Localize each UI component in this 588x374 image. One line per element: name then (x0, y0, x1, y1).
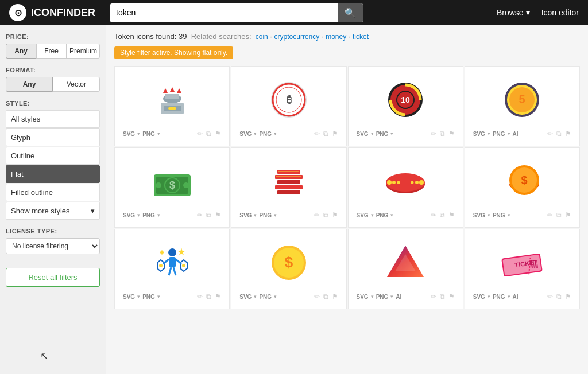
fmt-svg-3[interactable]: SVG (357, 131, 369, 137)
fmt-dropdown-png-12[interactable]: ▾ (508, 294, 510, 299)
license-select[interactable]: No license filtering (6, 238, 100, 254)
fmt-svg-11[interactable]: SVG (357, 294, 369, 300)
icon-cell-11[interactable]: SVG ▾ PNG ▾ AI ✏ ⧉ ⚑ (348, 229, 463, 309)
fmt-svg-6[interactable]: SVG (239, 212, 252, 219)
edit-icon-4[interactable]: ✏ (547, 130, 553, 138)
style-glyph[interactable]: Glyph (6, 128, 100, 146)
flag-icon-5[interactable]: ⚑ (215, 211, 221, 219)
edit-icon-6[interactable]: ✏ (314, 211, 320, 219)
show-more-styles-button[interactable]: Show more styles ▾ (6, 202, 100, 220)
flag-icon-2[interactable]: ⚑ (332, 130, 338, 138)
fmt-svg-9[interactable]: SVG (123, 294, 135, 300)
fmt-dropdown-png-4[interactable]: ▾ (508, 131, 510, 137)
fmt-png-9[interactable]: PNG (142, 294, 155, 300)
browse-link[interactable]: Browse ▾ (497, 8, 530, 17)
price-premium-button[interactable]: Premium (67, 44, 100, 59)
fmt-svg-5[interactable]: SVG (123, 212, 135, 219)
fmt-svg-1[interactable]: SVG (123, 131, 135, 137)
icon-cell-6[interactable]: SVG ▾ PNG ▾ ✏ ⧉ ⚑ (231, 147, 346, 228)
fmt-svg-8[interactable]: SVG (473, 212, 485, 219)
fmt-dropdown-11[interactable]: ▾ (371, 294, 374, 299)
icon-cell-4[interactable]: 5 SVG ▾ PNG ▾ AI ✏ ⧉ ⚑ (465, 66, 580, 146)
edit-icon-8[interactable]: ✏ (547, 211, 553, 219)
fmt-dropdown-2[interactable]: ▾ (254, 131, 257, 137)
copy-icon-1[interactable]: ⧉ (206, 130, 211, 138)
search-input[interactable] (110, 5, 338, 21)
copy-icon-9[interactable]: ⧉ (206, 293, 211, 301)
icon-cell-7[interactable]: SVG ▾ PNG ▾ ✏ ⧉ ⚑ (348, 147, 463, 228)
fmt-dropdown-3[interactable]: ▾ (371, 131, 374, 137)
fmt-png-7[interactable]: PNG (376, 212, 389, 219)
fmt-dropdown-png-2[interactable]: ▾ (274, 131, 277, 137)
icon-cell-12[interactable]: TICKET SVG ▾ PNG ▾ AI (465, 229, 580, 309)
fmt-png-8[interactable]: PNG (493, 212, 505, 219)
fmt-svg-7[interactable]: SVG (357, 212, 369, 219)
copy-icon-4[interactable]: ⧉ (556, 130, 562, 138)
fmt-dropdown-png-11[interactable]: ▾ (390, 294, 393, 299)
flag-icon-7[interactable]: ⚑ (448, 211, 455, 219)
style-filled-outline[interactable]: Filled outline (6, 184, 100, 201)
fmt-ai-11[interactable]: AI (396, 294, 401, 300)
copy-icon-10[interactable]: ⧉ (323, 293, 328, 301)
icon-cell-1[interactable]: SVG ▾ PNG ▾ ✏ ⧉ ⚑ (114, 66, 230, 146)
edit-icon-5[interactable]: ✏ (197, 211, 203, 219)
fmt-dropdown-png-7[interactable]: ▾ (390, 212, 393, 218)
edit-icon-2[interactable]: ✏ (314, 130, 320, 138)
fmt-dropdown-png-10[interactable]: ▾ (274, 294, 277, 299)
icon-cell-3[interactable]: 10 SVG ▾ PNG ▾ ✏ ⧉ ⚑ (348, 66, 463, 146)
copy-icon-8[interactable]: ⧉ (556, 211, 562, 219)
icon-cell-10[interactable]: $ SVG ▾ PNG ▾ ✏ ⧉ ⚑ (231, 229, 346, 309)
copy-icon-3[interactable]: ⧉ (440, 130, 445, 138)
fmt-svg-10[interactable]: SVG (239, 294, 252, 300)
fmt-svg-12[interactable]: SVG (473, 294, 485, 300)
icon-cell-8[interactable]: $ SVG ▾ PNG ▾ ✏ ⧉ ⚑ (465, 147, 580, 228)
format-vector-button[interactable]: Vector (53, 77, 100, 92)
fmt-png-5[interactable]: PNG (142, 212, 155, 219)
fmt-dropdown-10[interactable]: ▾ (254, 294, 257, 299)
flag-icon-10[interactable]: ⚑ (332, 293, 338, 301)
fmt-ai-4[interactable]: AI (513, 131, 519, 137)
edit-icon-12[interactable]: ✏ (547, 293, 553, 301)
fmt-dropdown-png-1[interactable]: ▾ (157, 131, 160, 137)
fmt-dropdown-1[interactable]: ▾ (137, 131, 140, 137)
copy-icon-11[interactable]: ⧉ (440, 293, 445, 301)
flag-icon-3[interactable]: ⚑ (448, 130, 455, 138)
fmt-dropdown-9[interactable]: ▾ (137, 294, 140, 299)
edit-icon-1[interactable]: ✏ (197, 130, 203, 138)
related-ticket[interactable]: ticket (353, 33, 369, 41)
fmt-png-11[interactable]: PNG (376, 294, 389, 300)
fmt-dropdown-png-6[interactable]: ▾ (274, 212, 277, 218)
fmt-dropdown-png-8[interactable]: ▾ (508, 212, 510, 218)
price-any-button[interactable]: Any (6, 44, 36, 59)
fmt-png-1[interactable]: PNG (142, 131, 155, 137)
fmt-png-3[interactable]: PNG (376, 131, 389, 137)
edit-icon-3[interactable]: ✏ (431, 130, 436, 138)
fmt-ai-12[interactable]: AI (513, 294, 519, 300)
fmt-png-6[interactable]: PNG (259, 212, 272, 219)
style-all-styles[interactable]: All styles (6, 110, 100, 128)
copy-icon-5[interactable]: ⧉ (206, 211, 211, 219)
copy-icon-2[interactable]: ⧉ (323, 130, 328, 138)
fmt-dropdown-png-5[interactable]: ▾ (157, 212, 160, 218)
copy-icon-6[interactable]: ⧉ (323, 211, 328, 219)
fmt-svg-4[interactable]: SVG (473, 131, 485, 137)
fmt-dropdown-4[interactable]: ▾ (488, 131, 490, 137)
fmt-svg-2[interactable]: SVG (239, 131, 252, 137)
related-cryptocurrency[interactable]: cryptocurrency (274, 33, 320, 41)
price-free-button[interactable]: Free (36, 44, 67, 59)
flag-icon-1[interactable]: ⚑ (215, 130, 221, 138)
flag-icon-4[interactable]: ⚑ (565, 130, 571, 138)
flag-icon-8[interactable]: ⚑ (565, 211, 571, 219)
icon-editor-link[interactable]: Icon editor (541, 8, 579, 17)
fmt-dropdown-8[interactable]: ▾ (488, 212, 490, 218)
icon-cell-5[interactable]: $ SVG ▾ PNG ▾ ✏ ⧉ ⚑ (114, 147, 230, 228)
style-flat[interactable]: Flat (6, 165, 100, 183)
icon-cell-9[interactable]: SVG ▾ PNG ▾ ✏ ⧉ ⚑ (114, 229, 230, 309)
flag-icon-11[interactable]: ⚑ (448, 293, 455, 301)
fmt-dropdown-6[interactable]: ▾ (254, 212, 257, 218)
flag-icon-6[interactable]: ⚑ (332, 211, 338, 219)
reset-all-filters-button[interactable]: Reset all filters (6, 268, 100, 287)
fmt-png-10[interactable]: PNG (259, 294, 272, 300)
related-coin[interactable]: coin (256, 33, 268, 41)
copy-icon-7[interactable]: ⧉ (440, 211, 445, 219)
